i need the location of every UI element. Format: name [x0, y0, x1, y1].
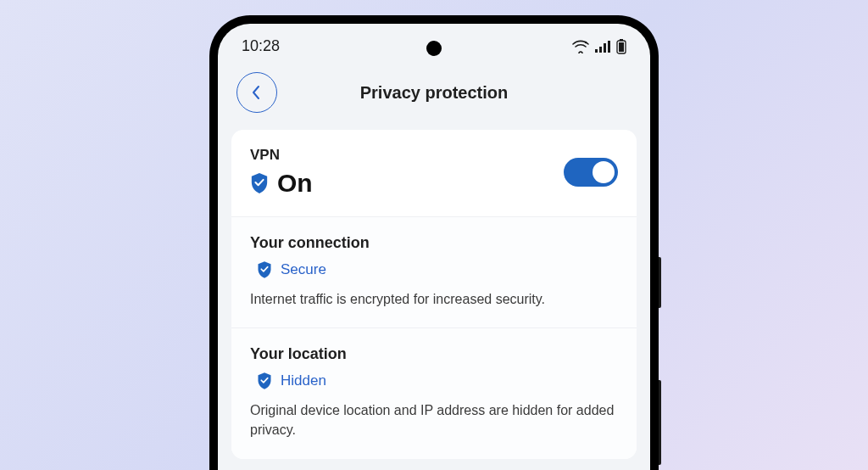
phone-frame: 10:28: [209, 15, 659, 470]
signal-icon: [594, 40, 611, 53]
phone-side-button: [659, 380, 661, 465]
shield-check-icon: [250, 172, 269, 194]
location-status: Hidden: [281, 372, 326, 389]
shield-check-icon: [257, 260, 272, 279]
status-time: 10:28: [242, 37, 280, 55]
phone-side-button: [659, 257, 661, 308]
status-icons: [572, 39, 626, 54]
phone-screen: 10:28: [218, 24, 650, 470]
camera-notch: [426, 41, 442, 56]
location-description: Original device location and IP address …: [250, 400, 618, 439]
page-title: Privacy protection: [236, 83, 632, 103]
svg-rect-4: [608, 41, 610, 53]
settings-card: VPN On Your connection: [231, 130, 637, 459]
battery-icon: [616, 39, 626, 54]
header: Privacy protection: [218, 60, 650, 130]
svg-rect-3: [604, 43, 606, 53]
svg-point-0: [585, 41, 587, 43]
vpn-status: On: [277, 169, 313, 198]
connection-section: Your connection Secure Internet traffic …: [231, 216, 637, 327]
svg-rect-2: [599, 47, 602, 53]
svg-rect-7: [619, 42, 624, 52]
toggle-knob: [593, 161, 615, 183]
vpn-toggle[interactable]: [564, 158, 618, 187]
location-title: Your location: [250, 345, 618, 363]
shield-check-icon: [257, 372, 272, 390]
vpn-row: VPN On: [231, 130, 637, 216]
location-section: Your location Hidden Original device loc…: [231, 327, 637, 458]
connection-description: Internet traffic is encrypted for increa…: [250, 289, 618, 309]
wifi-icon: [572, 40, 589, 53]
svg-rect-1: [595, 49, 598, 53]
vpn-label: VPN: [250, 147, 313, 164]
connection-status: Secure: [281, 261, 326, 278]
connection-title: Your connection: [250, 234, 618, 252]
